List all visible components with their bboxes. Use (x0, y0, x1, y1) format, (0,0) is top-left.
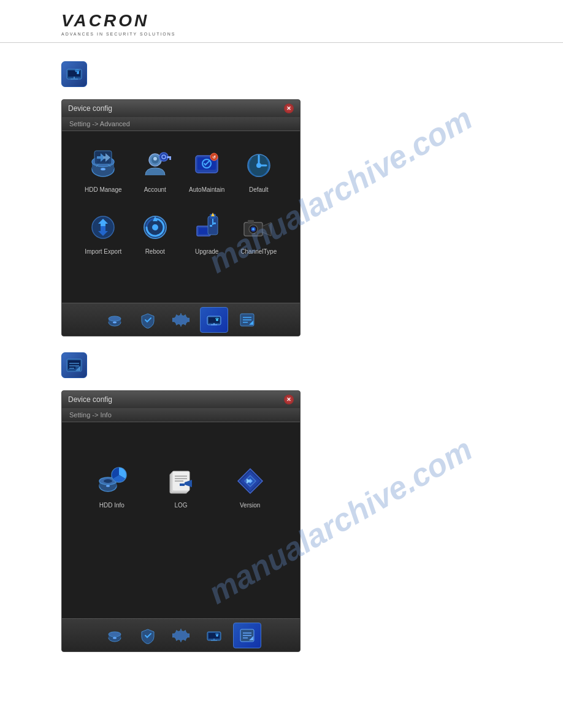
hddinfo-label: HDD Info (99, 502, 124, 509)
svg-point-52 (216, 319, 218, 321)
upgrade-label: Upgrade (195, 248, 218, 255)
svg-text:↺: ↺ (212, 155, 216, 159)
toolbar-btn-settings-2[interactable] (167, 623, 195, 648)
window-body-1: HDD Manage (62, 131, 300, 303)
reboot-label: Reboot (145, 248, 165, 255)
log-icon (165, 465, 197, 497)
trigger-icon-info[interactable] (61, 352, 87, 378)
hddinfo-icon (96, 465, 128, 497)
importexport-label: Import Export (85, 248, 121, 255)
toolbar-btn-info-1[interactable] (233, 307, 261, 333)
toolbar-btn-hdd-1[interactable] (101, 307, 129, 333)
hdd-manage-label: HDD Manage (85, 186, 122, 193)
svg-point-67 (104, 479, 112, 483)
account-label: Account (144, 186, 166, 193)
svg-rect-35 (210, 225, 212, 227)
window-toolbar-1 (62, 303, 300, 336)
header: VACRON ADVANCES IN SECURITY SOLUTIONS (0, 0, 563, 43)
svg-point-4 (77, 72, 79, 74)
importexport-icon (87, 211, 119, 243)
window-toolbar-2 (62, 618, 300, 651)
default-icon (243, 150, 275, 181)
logo-area: VACRON ADVANCES IN SECURITY SOLUTIONS (61, 11, 502, 36)
device-window-advanced: Device config ✕ Setting -> Advanced (61, 99, 301, 336)
icons-grid-info: HDD Info (68, 459, 294, 515)
window-breadcrumb-1: Setting -> Advanced (62, 117, 300, 131)
icon-hdd-manage[interactable]: HDD Manage (80, 150, 126, 193)
svg-point-82 (113, 637, 117, 639)
channeltype-label: ChannelType (240, 248, 277, 255)
svg-point-40 (252, 228, 255, 230)
window-titlebar-2: Device config ✕ (62, 391, 300, 408)
upgrade-icon (191, 211, 223, 243)
brand-logo: VACRON (61, 11, 502, 31)
window-title-1: Device config (68, 104, 112, 113)
icon-reboot[interactable]: Reboot (132, 211, 178, 255)
default-label: Default (249, 186, 269, 193)
logo-tagline: ADVANCES IN SECURITY SOLUTIONS (61, 32, 502, 36)
toolbar-btn-hdd-2[interactable] (101, 623, 129, 648)
hdd-manage-icon (87, 150, 119, 181)
toolbar-btn-settings-1[interactable] (167, 307, 195, 333)
device-window-info: Device config ✕ Setting -> Info (61, 390, 301, 652)
toolbar-btn-network-2[interactable] (200, 623, 228, 648)
icon-upgrade[interactable]: Upgrade (184, 211, 230, 255)
svg-rect-17 (169, 158, 171, 160)
window-body-2: HDD Info (62, 422, 300, 618)
trigger-icon-advanced[interactable] (61, 61, 87, 87)
automaintain-label: AutoMaintain (189, 186, 224, 193)
icons-grid-row1: HDD Manage (68, 143, 294, 199)
toolbar-btn-security-1[interactable] (134, 307, 162, 333)
svg-point-14 (159, 153, 168, 161)
svg-point-29 (152, 224, 158, 230)
svg-rect-31 (199, 228, 209, 234)
main-content: Device config ✕ Setting -> Advanced (0, 43, 563, 670)
svg-rect-41 (248, 220, 254, 224)
svg-rect-36 (213, 222, 216, 224)
window-close-1[interactable]: ✕ (284, 104, 294, 113)
log-label: LOG (174, 502, 187, 509)
icon-account[interactable]: Account (132, 150, 178, 193)
icon-automaintain[interactable]: ↺ AutoMaintain (184, 150, 230, 193)
toolbar-btn-info-2[interactable] (233, 623, 261, 648)
icon-default[interactable]: Default (236, 150, 282, 193)
icon-channeltype[interactable]: ChannelType (236, 211, 282, 255)
svg-point-45 (113, 321, 117, 323)
icon-import-export[interactable]: Import Export (80, 211, 126, 255)
icons-grid-row2: Import Export Reboot (68, 205, 294, 261)
automaintain-icon: ↺ (191, 150, 223, 181)
window-breadcrumb-2: Setting -> Info (62, 408, 300, 422)
svg-rect-77 (180, 483, 185, 486)
svg-point-24 (256, 163, 261, 168)
svg-point-44 (109, 316, 121, 321)
window-title-2: Device config (68, 395, 112, 404)
window-close-2[interactable]: ✕ (284, 395, 294, 404)
icon-log[interactable]: LOG (150, 465, 213, 509)
icon-version[interactable]: Version (218, 465, 282, 509)
version-label: Version (240, 502, 260, 509)
version-icon (234, 465, 266, 497)
reboot-icon (139, 211, 171, 243)
svg-point-89 (216, 634, 218, 637)
svg-point-9 (101, 168, 105, 170)
svg-point-68 (106, 485, 110, 487)
svg-point-81 (109, 632, 121, 637)
account-icon (139, 150, 171, 181)
icon-hdd-info[interactable]: HDD Info (80, 465, 144, 509)
svg-point-13 (153, 157, 157, 161)
toolbar-btn-security-2[interactable] (134, 623, 162, 648)
svg-rect-16 (167, 156, 171, 158)
channeltype-icon (243, 211, 275, 243)
toolbar-btn-network-1[interactable] (200, 307, 228, 333)
window-titlebar-1: Device config ✕ (62, 100, 300, 117)
